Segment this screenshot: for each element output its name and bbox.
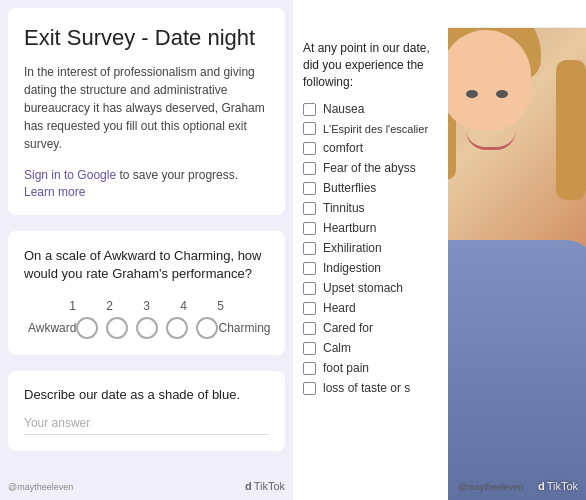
list-item: Upset stomach <box>303 281 438 295</box>
tiktok-handle-left: @maytheeleven <box>8 482 73 492</box>
scale-numbers-row: 1 2 3 4 5 <box>24 299 269 313</box>
list-item: Indigestion <box>303 261 438 275</box>
checkbox-comfort[interactable] <box>303 142 316 155</box>
checklist-question: At any point in our date, did you experi… <box>303 40 438 90</box>
learn-more-link[interactable]: Learn more <box>24 185 269 199</box>
sign-in-suffix: to save your progress. <box>116 168 238 182</box>
scale-num-5: 5 <box>212 299 229 313</box>
body-area <box>426 240 586 500</box>
checklist-label-cared-for: Cared for <box>323 321 373 335</box>
scale-circle-1[interactable] <box>76 317 98 339</box>
checklist-label-lespirit: L'Espirit des l'escalier <box>323 123 428 135</box>
checkbox-tinnitus[interactable] <box>303 202 316 215</box>
hair-side-right <box>556 60 586 200</box>
scale-circles <box>76 317 218 339</box>
list-item: foot pain <box>303 361 438 375</box>
survey-title: Exit Survey - Date night <box>24 24 269 53</box>
list-item: Calm <box>303 341 438 355</box>
checklist-label-exhiliration: Exhiliration <box>323 241 382 255</box>
smile <box>466 130 516 150</box>
list-item: L'Espirit des l'escalier <box>303 122 438 135</box>
sign-in-anchor[interactable]: Sign in to Google <box>24 168 116 182</box>
tiktok-watermark-left: d TikTok <box>245 480 285 492</box>
scale-left-label: Awkward <box>28 321 76 335</box>
scale-circle-5[interactable] <box>196 317 218 339</box>
tiktok-logo-right: d <box>538 480 545 492</box>
scale-circle-4[interactable] <box>166 317 188 339</box>
checklist-label-comfort: comfort <box>323 141 363 155</box>
tiktok-label-right: TikTok <box>547 480 578 492</box>
tiktok-label-left: TikTok <box>254 480 285 492</box>
scale-circle-3[interactable] <box>136 317 158 339</box>
checkbox-fear[interactable] <box>303 162 316 175</box>
list-item: Fear of the abyss <box>303 161 438 175</box>
photo-overlay <box>426 0 586 500</box>
list-item: Heard <box>303 301 438 315</box>
list-item: Heartburn <box>303 221 438 235</box>
checklist-label-butterflies: Butterflies <box>323 181 376 195</box>
checklist-label-heard: Heard <box>323 301 356 315</box>
checklist-label-indigestion: Indigestion <box>323 261 381 275</box>
scale-num-2: 2 <box>101 299 118 313</box>
scale-right-label: Charming <box>218 321 270 335</box>
tiktok-handle-right: @maytheeleven <box>458 482 523 492</box>
checkbox-lespirit[interactable] <box>303 122 316 135</box>
checklist-panel: At any point in our date, did you experi… <box>293 0 448 500</box>
checkbox-cared-for[interactable] <box>303 322 316 335</box>
survey-header-card: Exit Survey - Date night In the interest… <box>8 8 285 215</box>
checklist-label-upset-stomach: Upset stomach <box>323 281 403 295</box>
tiktok-handle-right-text: @maytheeleven <box>458 482 523 492</box>
scale-row: Awkward Charming <box>24 317 269 339</box>
face-skin <box>441 30 531 130</box>
list-item: Exhiliration <box>303 241 438 255</box>
checkbox-calm[interactable] <box>303 342 316 355</box>
checkbox-exhiliration[interactable] <box>303 242 316 255</box>
sign-in-link[interactable]: Sign in to Google to save your progress. <box>24 165 238 182</box>
desc-question-text: Describe our date as a shade of blue. <box>24 387 269 402</box>
checkbox-heartburn[interactable] <box>303 222 316 235</box>
tiktok-logo-left: d <box>245 480 252 492</box>
description-card: Describe our date as a shade of blue. Yo… <box>8 371 285 451</box>
list-item: comfort <box>303 141 438 155</box>
checklist-label-loss-taste: loss of taste or s <box>323 381 410 395</box>
checkbox-nausea[interactable] <box>303 103 316 116</box>
checkbox-upset-stomach[interactable] <box>303 282 316 295</box>
eye-left <box>466 90 478 98</box>
tiktok-watermark-right: d TikTok <box>538 480 578 492</box>
list-item: Nausea <box>303 102 438 116</box>
list-item: Cared for <box>303 321 438 335</box>
checklist-label-heartburn: Heartburn <box>323 221 376 235</box>
scale-num-3: 3 <box>138 299 155 313</box>
right-panel: Your answer At any point in our date, di… <box>293 0 586 500</box>
scale-question-text: On a scale of Awkward to Charming, how w… <box>24 247 269 283</box>
answer-placeholder-left[interactable]: Your answer <box>24 416 269 435</box>
checkbox-heard[interactable] <box>303 302 316 315</box>
checkbox-foot-pain[interactable] <box>303 362 316 375</box>
scale-circle-2[interactable] <box>106 317 128 339</box>
checklist-label-foot-pain: foot pain <box>323 361 369 375</box>
list-item: Butterflies <box>303 181 438 195</box>
checklist-label-tinnitus: Tinnitus <box>323 201 365 215</box>
checklist-label-nausea: Nausea <box>323 102 364 116</box>
scale-num-1: 1 <box>64 299 81 313</box>
eye-right <box>496 90 508 98</box>
checklist-label-fear: Fear of the abyss <box>323 161 416 175</box>
checkbox-loss-taste[interactable] <box>303 382 316 395</box>
list-item: loss of taste or s <box>303 381 438 395</box>
checkbox-indigestion[interactable] <box>303 262 316 275</box>
list-item: Tinnitus <box>303 201 438 215</box>
survey-description: In the interest of professionalism and g… <box>24 63 269 153</box>
checkbox-butterflies[interactable] <box>303 182 316 195</box>
scale-num-4: 4 <box>175 299 192 313</box>
left-panel: Exit Survey - Date night In the interest… <box>0 0 293 500</box>
scale-question-card: On a scale of Awkward to Charming, how w… <box>8 231 285 355</box>
checklist-label-calm: Calm <box>323 341 351 355</box>
